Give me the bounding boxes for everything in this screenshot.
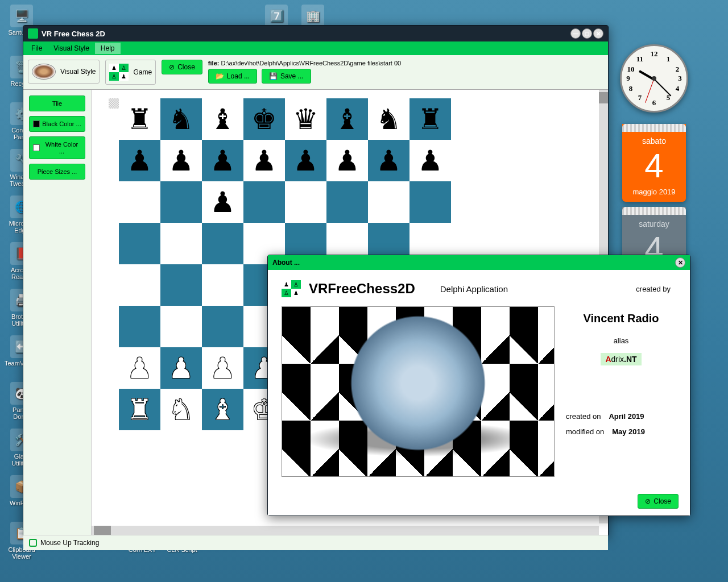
chess-piece-wp[interactable]: ♟ [210, 352, 235, 385]
chess-piece-bp[interactable]: ♟ [210, 144, 235, 177]
board-square[interactable] [119, 306, 160, 347]
minimize-button[interactable]: — [570, 28, 581, 39]
board-square[interactable] [202, 264, 243, 306]
board-square[interactable] [160, 223, 202, 264]
chess-piece-bn[interactable]: ♞ [168, 103, 194, 136]
chess-piece-wb[interactable]: ♝ [210, 393, 235, 426]
piece-sizes-button[interactable]: Piece Sizes ... [29, 164, 85, 180]
chess-piece-bn[interactable]: ♞ [376, 103, 402, 136]
app-icon [28, 28, 38, 39]
board-square[interactable] [202, 223, 243, 264]
chess-piece-br[interactable]: ♜ [127, 103, 152, 136]
about-close-button[interactable]: ⊘ Close [638, 494, 679, 509]
menu-file[interactable]: File [26, 43, 48, 54]
app-glyph-icon: 🖥️ [10, 5, 33, 27]
chess-piece-wn[interactable]: ♞ [168, 393, 194, 426]
board-square[interactable] [160, 181, 202, 223]
chess-piece-bp[interactable]: ♟ [334, 144, 360, 177]
clock-gadget: 12 1 2 3 4 5 6 7 8 9 10 11 [620, 44, 688, 113]
menubar: File Visual Style Help [23, 41, 608, 55]
menu-visual-style[interactable]: Visual Style [48, 43, 94, 54]
chess-piece-bk[interactable]: ♚ [251, 103, 277, 136]
calendar-month: maggio 2019 [622, 185, 686, 202]
mouse-tracking-label: Mouse Up Tracking [40, 539, 99, 547]
board-square[interactable]: ♟ [119, 140, 160, 181]
board-square[interactable]: ♟ [410, 140, 451, 181]
board-square[interactable] [160, 306, 202, 347]
chess-piece-br[interactable]: ♜ [417, 103, 443, 136]
chess-piece-bp[interactable]: ♟ [417, 144, 443, 177]
board-square[interactable]: ♜ [119, 389, 160, 430]
board-square[interactable]: ♜ [119, 98, 160, 140]
chess-piece-bb[interactable]: ♝ [334, 103, 360, 136]
board-square[interactable]: ♜ [410, 98, 451, 140]
board-square[interactable] [119, 264, 160, 306]
board-square[interactable]: ♝ [202, 389, 243, 430]
chess-piece-bp[interactable]: ♟ [210, 186, 235, 219]
board-square[interactable]: ♟ [326, 140, 368, 181]
board-square[interactable]: ♟ [202, 140, 243, 181]
board-square[interactable] [285, 181, 326, 223]
board-square[interactable]: ♟ [160, 347, 202, 389]
board-square[interactable]: ♛ [285, 98, 326, 140]
board-square[interactable]: ♞ [160, 98, 202, 140]
load-button[interactable]: 📂 Load ... [208, 69, 257, 84]
board-square[interactable]: ♟ [285, 140, 326, 181]
board-square[interactable] [410, 181, 451, 223]
board-square[interactable]: ♞ [160, 389, 202, 430]
save-icon: 💾 [269, 72, 278, 80]
board-square[interactable]: ♟ [202, 347, 243, 389]
board-square[interactable]: ♚ [243, 98, 285, 140]
game-label: Game [133, 68, 152, 76]
calendar-gadget-1: sabato 4 maggio 2019 [622, 124, 686, 202]
board-square[interactable]: ♟ [119, 347, 160, 389]
white-color-button[interactable]: White Color ... [29, 136, 85, 159]
mouse-tracking-checkbox[interactable] [29, 539, 37, 547]
chess-piece-bq[interactable]: ♛ [293, 103, 318, 136]
alias-value: Adrix.NT [601, 353, 641, 365]
chess-piece-bp[interactable]: ♟ [376, 144, 402, 177]
corner-handle[interactable] [109, 98, 119, 109]
board-square[interactable] [368, 181, 410, 223]
about-app-type: Delphi Application [440, 284, 508, 294]
chess-piece-wr[interactable]: ♜ [127, 393, 152, 426]
board-square[interactable]: ♝ [202, 98, 243, 140]
close-button[interactable]: ⊘ Close [162, 60, 202, 74]
about-app-name: VRFreeChess2D [309, 281, 415, 297]
app-glyph-icon: 7️⃣ [265, 5, 288, 27]
board-square[interactable] [119, 223, 160, 264]
chess-piece-bp[interactable]: ♟ [168, 144, 194, 177]
about-close-x-button[interactable]: ✕ [675, 257, 685, 268]
board-square[interactable]: ♟ [368, 140, 410, 181]
chess-piece-wp[interactable]: ♟ [127, 352, 152, 385]
eye-icon [32, 64, 56, 80]
board-square[interactable]: ♝ [326, 98, 368, 140]
calendar-day-name: saturday [622, 215, 686, 230]
file-path-label: file: D:\ax\dev\hot\Delphi\Applics\VRFre… [208, 60, 603, 66]
titlebar[interactable]: VR Free Chess 2D — □ ✕ [23, 26, 608, 41]
chess-piece-bb[interactable]: ♝ [210, 103, 235, 136]
board-square[interactable]: ♞ [368, 98, 410, 140]
horizontal-scrollbar[interactable] [92, 526, 599, 535]
chess-piece-bp[interactable]: ♟ [127, 144, 152, 177]
save-button[interactable]: 💾 Save ... [262, 69, 311, 84]
chess-piece-wp[interactable]: ♟ [168, 352, 194, 385]
game-group: ♟♙♙♟ Game [105, 60, 156, 85]
board-square[interactable]: ♟ [243, 140, 285, 181]
board-square[interactable] [160, 264, 202, 306]
board-square[interactable] [243, 181, 285, 223]
created-by-label: created by [636, 285, 671, 293]
board-square[interactable] [326, 181, 368, 223]
chess-piece-bp[interactable]: ♟ [293, 144, 318, 177]
board-square[interactable] [119, 181, 160, 223]
board-square[interactable]: ♟ [160, 140, 202, 181]
tile-button[interactable]: Tile [29, 95, 85, 111]
maximize-button[interactable]: □ [582, 28, 592, 39]
board-square[interactable] [202, 306, 243, 347]
chess-piece-bp[interactable]: ♟ [251, 144, 277, 177]
about-titlebar[interactable]: About ... ✕ [268, 255, 690, 270]
menu-help[interactable]: Help [95, 43, 121, 54]
board-square[interactable]: ♟ [202, 181, 243, 223]
black-color-button[interactable]: Black Color ... [29, 116, 85, 132]
close-window-button[interactable]: ✕ [593, 28, 603, 39]
